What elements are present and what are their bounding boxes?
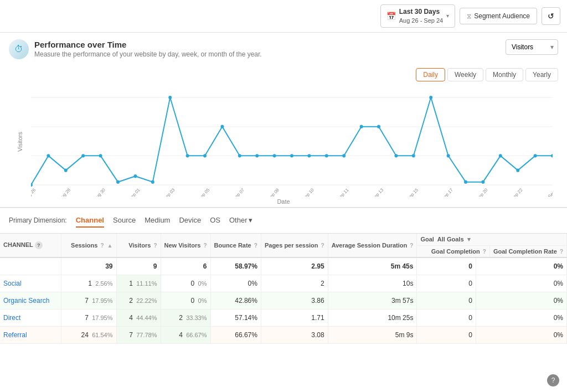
dim-tab-source[interactable]: Source	[113, 214, 136, 228]
svg-point-11	[81, 154, 85, 157]
row-channel-0[interactable]: Social	[0, 275, 61, 292]
x-axis-label: Date	[9, 198, 558, 207]
col-channel: CHANNEL ?	[0, 234, 61, 257]
row-goal-rate-3: 0%	[476, 326, 566, 343]
row-new-visitors-1: 0 0%	[161, 292, 210, 309]
col-goal-completion: Goal Completion	[431, 248, 480, 255]
svg-text:Sep: Sep	[547, 189, 553, 197]
row-goal-rate-2: 0%	[476, 309, 566, 326]
svg-point-21	[255, 154, 259, 157]
y-axis-label: Visitors	[17, 132, 23, 152]
row-bounce-rate-0: 0%	[210, 275, 261, 292]
tab-monthly[interactable]: Monthly	[486, 68, 523, 81]
visitors-help-icon[interactable]: ?	[153, 243, 157, 249]
dim-tab-channel[interactable]: Channel	[76, 214, 104, 228]
svg-point-16	[168, 96, 172, 99]
tab-weekly[interactable]: Weekly	[447, 68, 483, 81]
row-visitors-0: 1 11.11%	[116, 275, 161, 292]
svg-point-18	[203, 154, 207, 157]
svg-text:Sep 22: Sep 22	[511, 187, 524, 197]
row-sessions-0: 1 2.56%	[61, 275, 116, 292]
row-goal-rate-1: 0%	[476, 292, 566, 309]
svg-point-38	[551, 154, 553, 157]
refresh-button[interactable]: ↺	[542, 7, 560, 25]
svg-text:Sep 07: Sep 07	[232, 187, 245, 197]
total-pages: 2.95	[261, 257, 328, 275]
row-channel-2[interactable]: Direct	[0, 309, 61, 326]
svg-text:Sep 03: Sep 03	[163, 187, 176, 197]
performance-section: ⏱ Performance over Time Measure the perf…	[0, 33, 567, 208]
row-new-visitors-0: 0 0%	[161, 275, 210, 292]
row-avg-session-0: 10s	[328, 275, 417, 292]
svg-point-20	[238, 154, 241, 157]
svg-text:Sep 01: Sep 01	[128, 187, 141, 197]
svg-point-8	[31, 183, 33, 187]
calendar-icon: 📅	[386, 12, 396, 20]
dim-tab-os[interactable]: OS	[210, 214, 220, 228]
channel-help-icon[interactable]: ?	[35, 241, 43, 249]
sessions-sort-icon: ▲	[107, 243, 113, 249]
table-section: CHANNEL ? Sessions ? ▲ Visitors ? New Vi…	[0, 234, 567, 392]
goal-rate-help-icon[interactable]: ?	[560, 249, 563, 255]
row-pages-1: 3.86	[261, 292, 328, 309]
row-channel-1[interactable]: Organic Search	[0, 292, 61, 309]
new-visitors-help-icon[interactable]: ?	[203, 243, 207, 249]
date-range-button[interactable]: 📅 Last 30 Days Aug 26 - Sep 24 ▾	[380, 4, 456, 28]
tab-daily[interactable]: Daily	[416, 68, 445, 81]
tab-yearly[interactable]: Yearly	[525, 68, 558, 81]
row-new-visitors-3: 4 66.67%	[161, 326, 210, 343]
row-visitors-3: 7 77.78%	[116, 326, 161, 343]
svg-point-33	[464, 180, 467, 183]
pages-help-icon[interactable]: ?	[321, 243, 324, 249]
svg-text:Aug 28: Aug 28	[58, 187, 71, 197]
svg-point-25	[325, 154, 328, 157]
svg-point-28	[377, 125, 380, 128]
row-avg-session-2: 10m 25s	[328, 309, 417, 326]
col-avg-session: Average Session Duration ?	[328, 234, 417, 257]
total-sessions: 39	[61, 257, 116, 275]
svg-point-32	[447, 154, 450, 157]
top-bar: 📅 Last 30 Days Aug 26 - Sep 24 ▾ ⧖ Segme…	[0, 0, 567, 33]
row-new-visitors-2: 2 33.33%	[161, 309, 210, 326]
svg-text:Sep 10: Sep 10	[302, 187, 315, 197]
row-visitors-1: 2 22.22%	[116, 292, 161, 309]
svg-point-31	[429, 96, 432, 99]
time-tabs: Daily Weekly Monthly Yearly	[9, 65, 558, 86]
total-goal-rate: 0%	[476, 257, 566, 275]
row-avg-session-1: 3m 57s	[328, 292, 417, 309]
performance-icon: ⏱	[9, 39, 29, 59]
svg-point-17	[186, 154, 189, 157]
col-new-visitors: New Visitors ?	[161, 234, 210, 257]
total-avg-session: 5m 45s	[328, 257, 417, 275]
help-button[interactable]: ?	[547, 374, 559, 386]
row-goal-completion-1: 0	[417, 292, 476, 309]
svg-point-24	[307, 154, 311, 157]
dim-tab-device[interactable]: Device	[179, 214, 201, 228]
total-goal-completion: 0	[417, 257, 476, 275]
row-pages-3: 3.08	[261, 326, 328, 343]
dim-tab-other[interactable]: Other ▾	[229, 214, 252, 228]
total-visitors: 9	[116, 257, 161, 275]
row-channel-3[interactable]: Referral	[0, 326, 61, 343]
svg-point-22	[273, 154, 276, 157]
performance-chart: 0 1 2 3	[31, 86, 553, 197]
goal-completion-help-icon[interactable]: ?	[483, 249, 486, 255]
row-goal-completion-2: 0	[417, 309, 476, 326]
row-avg-session-3: 5m 9s	[328, 326, 417, 343]
svg-text:Aug 26: Aug 26	[31, 187, 37, 197]
svg-text:Sep 08: Sep 08	[267, 187, 280, 197]
date-range-label: Last 30 Days	[399, 8, 444, 17]
row-bounce-rate-2: 57.14%	[210, 309, 261, 326]
visitors-dropdown[interactable]: Visitors Sessions Pageviews	[506, 39, 558, 55]
sessions-help-icon[interactable]: ?	[100, 243, 104, 249]
dim-tab-medium[interactable]: Medium	[145, 214, 170, 228]
row-bounce-rate-1: 42.86%	[210, 292, 261, 309]
chevron-down-icon: ▾	[249, 216, 252, 224]
svg-point-30	[412, 154, 415, 157]
avg-session-help-icon[interactable]: ?	[410, 243, 413, 249]
svg-text:Sep 17: Sep 17	[441, 187, 454, 197]
bounce-rate-help-icon[interactable]: ?	[254, 243, 257, 249]
segment-audience-button[interactable]: ⧖ Segment Audience	[460, 8, 537, 24]
total-channel	[0, 257, 61, 275]
goal-dropdown-arrow[interactable]: ▾	[467, 236, 471, 243]
